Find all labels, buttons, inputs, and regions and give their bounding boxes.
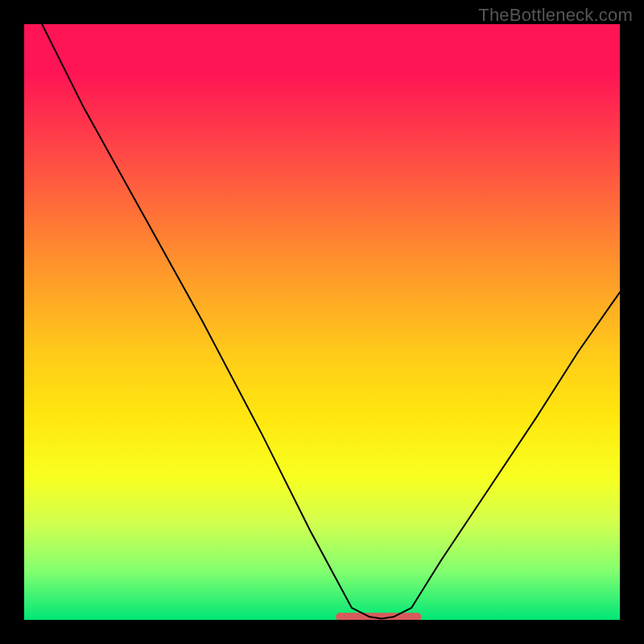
curve-layer <box>24 24 620 620</box>
watermark-text: TheBottleneck.com <box>478 5 633 26</box>
plot-area <box>24 24 620 620</box>
chart-frame: TheBottleneck.com <box>0 0 644 644</box>
bottleneck-curve <box>42 24 620 619</box>
